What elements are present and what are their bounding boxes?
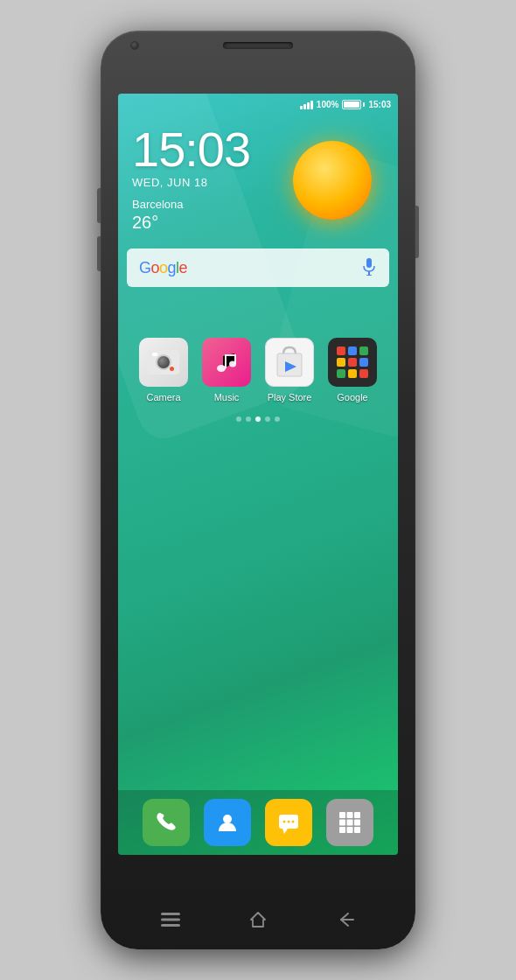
battery-body xyxy=(342,100,361,109)
status-icons: 100% 15:03 xyxy=(300,99,391,109)
svg-rect-11 xyxy=(348,346,357,355)
svg-rect-2 xyxy=(366,275,372,276)
camera-body xyxy=(148,350,179,374)
dock-contacts[interactable] xyxy=(204,799,251,846)
svg-rect-28 xyxy=(339,820,345,826)
camera-app-label: Camera xyxy=(146,392,180,402)
sun-icon xyxy=(293,141,372,220)
playstore-app-label: Play Store xyxy=(268,392,312,402)
back-button[interactable] xyxy=(328,907,363,932)
google-app-label: Google xyxy=(337,392,367,402)
svg-rect-34 xyxy=(161,913,180,915)
svg-rect-33 xyxy=(354,827,360,833)
google-app-icon[interactable] xyxy=(328,338,377,387)
playstore-app-icon[interactable] xyxy=(265,338,314,387)
home-button[interactable] xyxy=(241,907,275,932)
status-time: 15:03 xyxy=(368,100,391,109)
apps-grid-icon xyxy=(337,809,363,836)
microphone-icon[interactable] xyxy=(361,258,377,277)
signal-bar-2 xyxy=(303,104,306,109)
svg-rect-27 xyxy=(354,812,360,818)
navigation-bar xyxy=(101,899,415,941)
google-logo: Google xyxy=(139,259,187,277)
back-icon xyxy=(336,912,355,928)
contacts-icon xyxy=(214,809,241,836)
menu-icon xyxy=(161,913,180,927)
music-note-icon xyxy=(213,349,240,375)
svg-rect-17 xyxy=(348,369,357,378)
svg-point-24 xyxy=(292,821,295,823)
page-dot-5 xyxy=(275,416,280,422)
dock xyxy=(118,790,398,855)
svg-marker-21 xyxy=(282,829,288,834)
earpiece-speaker xyxy=(223,42,293,49)
svg-rect-10 xyxy=(337,346,345,355)
app-playstore[interactable]: Play Store xyxy=(263,338,316,402)
front-camera-area xyxy=(113,41,403,50)
phone-screen: 100% 15:03 15:03 WED, JUN 18 Barcelona 2 xyxy=(118,94,398,855)
camera-flash xyxy=(152,353,157,356)
svg-rect-14 xyxy=(348,358,357,367)
app-camera[interactable]: Camera xyxy=(137,338,190,402)
svg-point-19 xyxy=(223,815,232,823)
svg-point-22 xyxy=(283,821,286,823)
homescreen: 100% 15:03 15:03 WED, JUN 18 Barcelona 2 xyxy=(118,94,398,855)
camera-dot-red xyxy=(170,367,174,371)
menu-button[interactable] xyxy=(153,907,188,932)
phone-icon xyxy=(153,809,179,836)
signal-bar-1 xyxy=(300,106,303,109)
battery-tip xyxy=(363,102,365,107)
svg-point-3 xyxy=(217,365,226,372)
svg-marker-37 xyxy=(251,913,265,927)
svg-rect-16 xyxy=(337,369,345,378)
phone-device: 100% 15:03 15:03 WED, JUN 18 Barcelona 2 xyxy=(101,31,415,949)
messages-icon xyxy=(275,809,302,836)
svg-rect-36 xyxy=(161,924,180,927)
svg-rect-29 xyxy=(347,820,353,826)
battery-icon xyxy=(342,100,365,109)
svg-rect-26 xyxy=(347,812,353,818)
google-grid-icon xyxy=(332,342,373,382)
svg-rect-31 xyxy=(339,827,345,833)
svg-rect-25 xyxy=(339,812,345,818)
front-camera xyxy=(130,41,139,50)
svg-rect-15 xyxy=(359,358,368,367)
apps-grid: Camera Music xyxy=(118,294,398,411)
page-dots xyxy=(118,411,398,427)
svg-point-23 xyxy=(288,821,290,823)
svg-rect-32 xyxy=(347,827,353,833)
svg-rect-13 xyxy=(337,358,345,367)
signal-bar-4 xyxy=(310,101,313,109)
status-bar: 100% 15:03 xyxy=(118,94,398,115)
music-app-label: Music xyxy=(214,392,240,402)
page-dot-4 xyxy=(265,416,270,422)
music-app-icon[interactable] xyxy=(202,338,251,387)
playstore-bag-icon xyxy=(268,340,310,384)
svg-rect-5 xyxy=(225,354,227,368)
svg-rect-1 xyxy=(368,271,370,275)
svg-rect-35 xyxy=(161,919,180,921)
svg-rect-6 xyxy=(225,354,234,356)
page-dot-2 xyxy=(246,416,251,422)
clock-weather-widget: 15:03 WED, JUN 18 Barcelona 26° xyxy=(118,115,398,240)
dock-messages[interactable] xyxy=(265,799,312,846)
dock-phone[interactable] xyxy=(143,799,190,846)
signal-icon xyxy=(300,99,313,109)
camera-app-icon[interactable] xyxy=(139,338,188,387)
svg-rect-18 xyxy=(359,369,368,378)
svg-rect-0 xyxy=(366,258,372,268)
page-dot-3-active xyxy=(255,416,261,422)
phone-top-bar xyxy=(101,41,415,50)
dock-apps-launcher[interactable] xyxy=(326,799,373,846)
battery-percent: 100% xyxy=(317,100,339,109)
app-google[interactable]: Google xyxy=(326,338,379,402)
battery-fill xyxy=(344,102,359,108)
home-icon xyxy=(249,911,267,928)
svg-rect-30 xyxy=(354,820,360,826)
google-search-bar[interactable]: Google xyxy=(127,248,389,287)
app-music[interactable]: Music xyxy=(200,338,253,402)
sun-widget xyxy=(293,141,380,228)
svg-rect-12 xyxy=(359,346,368,355)
signal-bar-3 xyxy=(307,102,310,109)
svg-rect-7 xyxy=(234,354,236,364)
